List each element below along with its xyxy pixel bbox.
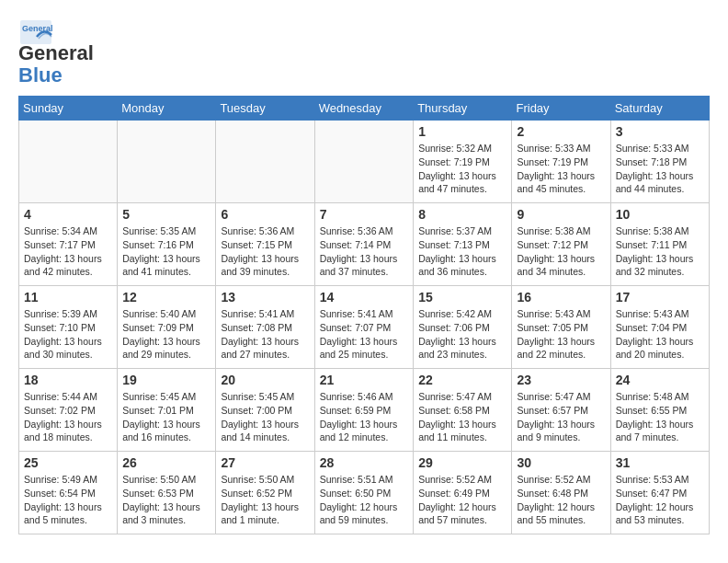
day-info: Sunrise: 5:49 AMSunset: 6:54 PMDaylight:… [24, 473, 112, 527]
day-number: 7 [320, 207, 409, 222]
day-number: 11 [24, 290, 112, 304]
day-number: 19 [122, 373, 210, 387]
day-info: Sunrise: 5:44 AMSunset: 7:02 PMDaylight:… [24, 390, 112, 444]
day-number: 8 [418, 207, 506, 222]
empty-cell [216, 121, 314, 203]
empty-cell [118, 121, 216, 203]
day-cell-27: 27Sunrise: 5:50 AMSunset: 6:52 PMDayligh… [216, 452, 314, 534]
day-info: Sunrise: 5:50 AMSunset: 6:53 PMDaylight:… [122, 473, 210, 527]
day-info: Sunrise: 5:36 AMSunset: 7:14 PMDaylight:… [320, 224, 409, 279]
day-cell-9: 9Sunrise: 5:38 AMSunset: 7:12 PMDaylight… [512, 203, 610, 286]
day-info: Sunrise: 5:43 AMSunset: 7:04 PMDaylight:… [616, 307, 704, 362]
day-number: 21 [320, 373, 409, 387]
day-number: 25 [24, 455, 112, 470]
day-cell-30: 30Sunrise: 5:52 AMSunset: 6:48 PMDayligh… [512, 452, 610, 534]
day-number: 28 [320, 455, 409, 470]
day-number: 6 [221, 207, 309, 222]
day-number: 24 [616, 373, 704, 387]
day-info: Sunrise: 5:53 AMSunset: 6:47 PMDaylight:… [616, 473, 704, 527]
day-cell-23: 23Sunrise: 5:47 AMSunset: 6:57 PMDayligh… [512, 369, 610, 452]
day-cell-5: 5Sunrise: 5:35 AMSunset: 7:16 PMDaylight… [118, 203, 216, 286]
day-cell-29: 29Sunrise: 5:52 AMSunset: 6:49 PMDayligh… [414, 452, 512, 534]
day-number: 13 [221, 290, 309, 304]
day-number: 15 [418, 290, 506, 304]
day-info: Sunrise: 5:45 AMSunset: 7:00 PMDaylight:… [221, 390, 309, 444]
day-cell-28: 28Sunrise: 5:51 AMSunset: 6:50 PMDayligh… [314, 452, 414, 534]
day-cell-24: 24Sunrise: 5:48 AMSunset: 6:55 PMDayligh… [610, 369, 709, 452]
week-row-2: 4Sunrise: 5:34 AMSunset: 7:17 PMDaylight… [19, 203, 710, 286]
day-cell-8: 8Sunrise: 5:37 AMSunset: 7:13 PMDaylight… [414, 203, 512, 286]
day-cell-6: 6Sunrise: 5:36 AMSunset: 7:15 PMDaylight… [216, 203, 314, 286]
weekday-header-wednesday: Wednesday [314, 97, 414, 121]
weekday-header-sunday: Sunday [19, 97, 118, 121]
day-number: 1 [418, 124, 506, 139]
empty-cell [314, 121, 414, 203]
header: General GeneralBlue [18, 18, 710, 86]
day-number: 27 [221, 455, 309, 470]
day-number: 17 [616, 290, 704, 304]
day-info: Sunrise: 5:38 AMSunset: 7:12 PMDaylight:… [517, 224, 605, 279]
day-info: Sunrise: 5:52 AMSunset: 6:48 PMDaylight:… [517, 473, 605, 527]
week-row-4: 18Sunrise: 5:44 AMSunset: 7:02 PMDayligh… [19, 369, 710, 452]
day-info: Sunrise: 5:34 AMSunset: 7:17 PMDaylight:… [24, 224, 112, 279]
day-number: 12 [122, 290, 210, 304]
day-cell-26: 26Sunrise: 5:50 AMSunset: 6:53 PMDayligh… [118, 452, 216, 534]
day-cell-13: 13Sunrise: 5:41 AMSunset: 7:08 PMDayligh… [216, 286, 314, 369]
day-cell-4: 4Sunrise: 5:34 AMSunset: 7:17 PMDaylight… [19, 203, 118, 286]
day-info: Sunrise: 5:36 AMSunset: 7:15 PMDaylight:… [221, 224, 309, 279]
calendar: SundayMondayTuesdayWednesdayThursdayFrid… [18, 96, 710, 534]
day-number: 31 [616, 455, 704, 470]
weekday-header-row: SundayMondayTuesdayWednesdayThursdayFrid… [19, 97, 710, 121]
day-number: 22 [418, 373, 506, 387]
logo: General GeneralBlue [18, 18, 94, 86]
day-info: Sunrise: 5:43 AMSunset: 7:05 PMDaylight:… [517, 307, 605, 362]
day-info: Sunrise: 5:46 AMSunset: 6:59 PMDaylight:… [320, 390, 409, 444]
day-cell-10: 10Sunrise: 5:38 AMSunset: 7:11 PMDayligh… [610, 203, 709, 286]
day-info: Sunrise: 5:45 AMSunset: 7:01 PMDaylight:… [122, 390, 210, 444]
day-number: 3 [616, 124, 704, 139]
day-info: Sunrise: 5:32 AMSunset: 7:19 PMDaylight:… [418, 142, 506, 196]
week-row-5: 25Sunrise: 5:49 AMSunset: 6:54 PMDayligh… [19, 452, 710, 534]
day-info: Sunrise: 5:35 AMSunset: 7:16 PMDaylight:… [122, 224, 210, 279]
day-cell-22: 22Sunrise: 5:47 AMSunset: 6:58 PMDayligh… [414, 369, 512, 452]
day-info: Sunrise: 5:33 AMSunset: 7:18 PMDaylight:… [616, 142, 704, 196]
day-number: 18 [24, 373, 112, 387]
day-cell-1: 1Sunrise: 5:32 AMSunset: 7:19 PMDaylight… [414, 121, 512, 203]
week-row-1: 1Sunrise: 5:32 AMSunset: 7:19 PMDaylight… [19, 121, 710, 203]
logo-text: GeneralBlue [18, 41, 94, 86]
day-cell-18: 18Sunrise: 5:44 AMSunset: 7:02 PMDayligh… [19, 369, 118, 452]
day-number: 16 [517, 290, 605, 304]
day-cell-11: 11Sunrise: 5:39 AMSunset: 7:10 PMDayligh… [19, 286, 118, 369]
day-number: 4 [24, 207, 112, 222]
day-number: 2 [517, 124, 605, 139]
day-info: Sunrise: 5:40 AMSunset: 7:09 PMDaylight:… [122, 307, 210, 362]
day-number: 29 [418, 455, 506, 470]
weekday-header-tuesday: Tuesday [216, 97, 314, 121]
empty-cell [19, 121, 118, 203]
weekday-header-saturday: Saturday [610, 97, 709, 121]
day-info: Sunrise: 5:47 AMSunset: 6:58 PMDaylight:… [418, 390, 506, 444]
day-info: Sunrise: 5:39 AMSunset: 7:10 PMDaylight:… [24, 307, 112, 362]
day-cell-7: 7Sunrise: 5:36 AMSunset: 7:14 PMDaylight… [314, 203, 414, 286]
day-info: Sunrise: 5:33 AMSunset: 7:19 PMDaylight:… [517, 142, 605, 196]
day-cell-12: 12Sunrise: 5:40 AMSunset: 7:09 PMDayligh… [118, 286, 216, 369]
day-info: Sunrise: 5:50 AMSunset: 6:52 PMDaylight:… [221, 473, 309, 527]
day-cell-14: 14Sunrise: 5:41 AMSunset: 7:07 PMDayligh… [314, 286, 414, 369]
day-info: Sunrise: 5:37 AMSunset: 7:13 PMDaylight:… [418, 224, 506, 279]
day-cell-25: 25Sunrise: 5:49 AMSunset: 6:54 PMDayligh… [19, 452, 118, 534]
day-number: 23 [517, 373, 605, 387]
day-info: Sunrise: 5:41 AMSunset: 7:07 PMDaylight:… [320, 307, 409, 362]
day-info: Sunrise: 5:52 AMSunset: 6:49 PMDaylight:… [418, 473, 506, 527]
day-info: Sunrise: 5:41 AMSunset: 7:08 PMDaylight:… [221, 307, 309, 362]
day-number: 14 [320, 290, 409, 304]
day-number: 10 [616, 207, 704, 222]
day-info: Sunrise: 5:42 AMSunset: 7:06 PMDaylight:… [418, 307, 506, 362]
day-number: 5 [122, 207, 210, 222]
day-info: Sunrise: 5:48 AMSunset: 6:55 PMDaylight:… [616, 390, 704, 444]
week-row-3: 11Sunrise: 5:39 AMSunset: 7:10 PMDayligh… [19, 286, 710, 369]
day-cell-20: 20Sunrise: 5:45 AMSunset: 7:00 PMDayligh… [216, 369, 314, 452]
day-cell-19: 19Sunrise: 5:45 AMSunset: 7:01 PMDayligh… [118, 369, 216, 452]
day-cell-17: 17Sunrise: 5:43 AMSunset: 7:04 PMDayligh… [610, 286, 709, 369]
day-number: 20 [221, 373, 309, 387]
day-cell-3: 3Sunrise: 5:33 AMSunset: 7:18 PMDaylight… [610, 121, 709, 203]
